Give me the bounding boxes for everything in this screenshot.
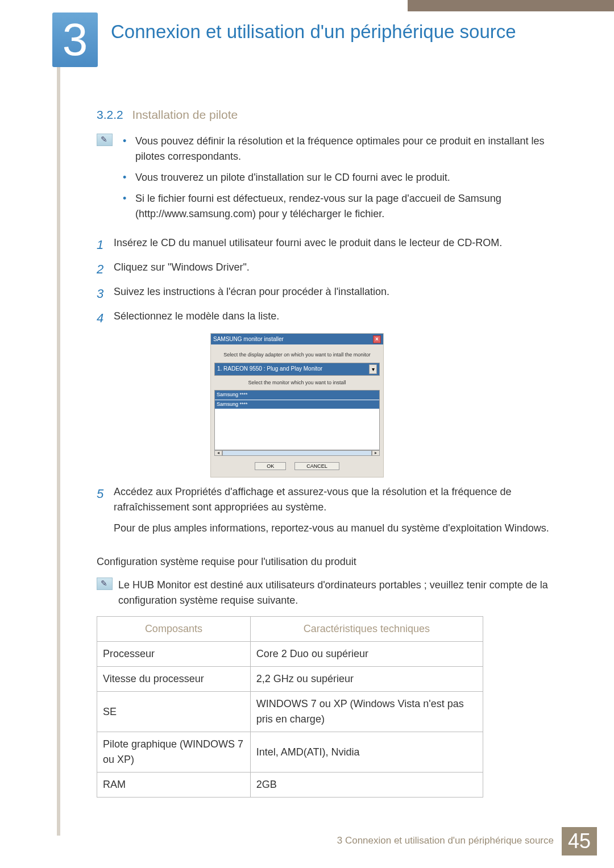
footer-chapter-text: 3 Connexion et utilisation d'un périphér… bbox=[337, 827, 562, 855]
note1-item: Vous pouvez définir la résolution et la … bbox=[135, 134, 563, 164]
ordered-steps-continued: 5 Accédez aux Propriétés d'affichage et … bbox=[97, 484, 563, 542]
note-block-2: Le HUB Monitor est destiné aux utilisate… bbox=[97, 578, 563, 608]
installer-select-value: 1. RADEON 9550 : Plug and Play Monitor bbox=[217, 364, 322, 374]
step-item: 5 Accédez aux Propriétés d'affichage et … bbox=[97, 484, 563, 542]
ok-button: OK bbox=[255, 462, 286, 470]
table-row: Pilote graphique (WINDOWS 7 ou XP)Intel,… bbox=[97, 732, 483, 773]
scroll-right-icon: ▸ bbox=[372, 450, 380, 456]
installer-monitor-list: Samsung **** Samsung **** bbox=[214, 390, 380, 450]
list-item: Samsung **** bbox=[215, 391, 379, 400]
step-subtext: Pour de plus amples informations, report… bbox=[114, 521, 563, 536]
note1-item: Vous trouverez un pilote d'installation … bbox=[135, 170, 563, 185]
installer-screenshot: SAMSUNG monitor installer × Select the d… bbox=[210, 333, 384, 477]
page-footer: 3 Connexion et utilisation d'un périphér… bbox=[337, 827, 597, 855]
table-cell: Pilote graphique (WINDOWS 7 ou XP) bbox=[97, 732, 251, 773]
note-icon bbox=[97, 134, 113, 146]
table-cell: RAM bbox=[97, 773, 251, 798]
step-item: 1Insérez le CD du manuel utilisateur fou… bbox=[97, 235, 563, 254]
installer-label-2: Select the monitor which you want to ins… bbox=[214, 379, 380, 387]
chapter-number-box: 3 bbox=[52, 13, 98, 67]
note-icon bbox=[97, 578, 113, 590]
table-cell: 2,2 GHz ou supérieur bbox=[250, 667, 483, 692]
table-row: ProcesseurCore 2 Duo ou supérieur bbox=[97, 642, 483, 667]
note-block-1: Vous pouvez définir la résolution et la … bbox=[97, 134, 563, 227]
section-number: 3.2.2 bbox=[97, 108, 123, 121]
table-cell: 2GB bbox=[250, 773, 483, 798]
installer-label-1: Select the display adapter on which you … bbox=[214, 351, 380, 359]
table-row: RAM2GB bbox=[97, 773, 483, 798]
step-text: Accédez aux Propriétés d'affichage et as… bbox=[114, 486, 512, 513]
cancel-button: CANCEL bbox=[294, 462, 339, 470]
scroll-left-icon: ◂ bbox=[214, 450, 222, 456]
close-icon: × bbox=[373, 335, 381, 343]
step-item: 2Cliquez sur "Windows Driver". bbox=[97, 260, 563, 279]
table-header-components: Composants bbox=[97, 617, 251, 642]
system-requirements-table: Composants Caractéristiques techniques P… bbox=[97, 616, 483, 798]
installer-adapter-select: 1. RADEON 9550 : Plug and Play Monitor ▾ bbox=[214, 363, 380, 376]
table-row: SEWINDOWS 7 ou XP (Windows Vista n'est p… bbox=[97, 692, 483, 732]
list-item: Samsung **** bbox=[215, 400, 379, 410]
installer-title: SAMSUNG monitor installer bbox=[213, 335, 284, 343]
table-cell: Vitesse du processeur bbox=[97, 667, 251, 692]
sysreq-heading: Configuration système requise pour l'uti… bbox=[97, 554, 563, 570]
note2-text: Le HUB Monitor est destiné aux utilisate… bbox=[118, 579, 548, 606]
step-text: Cliquez sur "Windows Driver". bbox=[114, 260, 563, 279]
table-cell: Intel, AMD(ATI), Nvidia bbox=[250, 732, 483, 773]
step-item: 4Sélectionnez le modèle dans la liste. bbox=[97, 309, 563, 327]
table-cell: Processeur bbox=[97, 642, 251, 667]
ordered-steps: 1Insérez le CD du manuel utilisateur fou… bbox=[97, 235, 563, 327]
chapter-title: Connexion et utilisation d'un périphériq… bbox=[111, 22, 566, 42]
step-text: Sélectionnez le modèle dans la liste. bbox=[114, 309, 563, 327]
table-cell: Core 2 Duo ou supérieur bbox=[250, 642, 483, 667]
section-heading: 3.2.2 Installation de pilote bbox=[97, 108, 238, 122]
scrollbar-track bbox=[222, 450, 372, 456]
section-title: Installation de pilote bbox=[132, 108, 238, 121]
footer-page-number: 45 bbox=[562, 827, 597, 855]
table-header-specs: Caractéristiques techniques bbox=[250, 617, 483, 642]
table-row: Vitesse du processeur2,2 GHz ou supérieu… bbox=[97, 667, 483, 692]
step-text: Suivez les instructions à l'écran pour p… bbox=[114, 284, 563, 303]
step-number: 5 bbox=[97, 484, 114, 542]
note1-item: Si le fichier fourni est défectueux, ren… bbox=[135, 191, 563, 222]
table-cell: SE bbox=[97, 692, 251, 732]
step-text: Insérez le CD du manuel utilisateur four… bbox=[114, 235, 563, 254]
left-margin-stripe bbox=[57, 17, 60, 836]
header-accent-bar bbox=[408, 0, 614, 11]
table-cell: WINDOWS 7 ou XP (Windows Vista n'est pas… bbox=[250, 692, 483, 732]
chevron-down-icon: ▾ bbox=[369, 364, 377, 374]
step-item: 3Suivez les instructions à l'écran pour … bbox=[97, 284, 563, 303]
